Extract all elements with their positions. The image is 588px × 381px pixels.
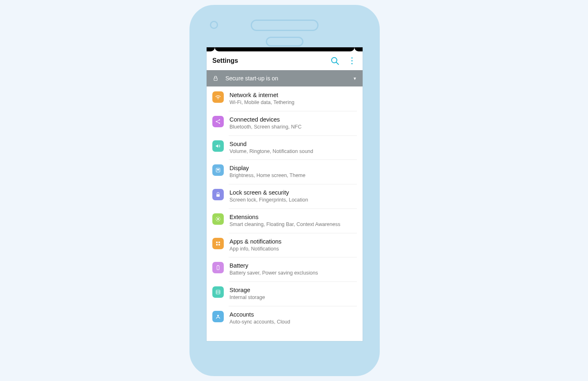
- lock-icon: [212, 189, 224, 200]
- sound-icon: [212, 140, 224, 152]
- item-subtitle: Screen lock, Fingerprints, Location: [229, 197, 308, 204]
- svg-point-12: [217, 218, 219, 220]
- svg-rect-5: [214, 78, 217, 80]
- item-subtitle: Wi-Fi, Mobile data, Tethering: [229, 100, 294, 106]
- more-vert-icon: [347, 56, 357, 66]
- app-bar: Settings: [207, 51, 363, 70]
- svg-rect-13: [216, 241, 218, 243]
- search-icon: [330, 56, 340, 66]
- svg-point-7: [219, 119, 220, 120]
- share-icon: [212, 116, 224, 127]
- apps-icon: [212, 238, 224, 249]
- search-button[interactable]: [330, 56, 340, 66]
- settings-item-apps-notifications[interactable]: Apps & notifications App info, Notificat…: [207, 233, 363, 257]
- display-icon: [212, 164, 224, 176]
- item-title: Accounts: [229, 311, 290, 318]
- phone-speaker-decor: [251, 20, 318, 31]
- svg-rect-18: [218, 265, 219, 266]
- svg-point-6: [216, 121, 217, 122]
- svg-rect-10: [217, 169, 219, 171]
- svg-point-8: [219, 122, 220, 124]
- svg-line-1: [336, 62, 339, 65]
- settings-item-network[interactable]: Network & internet Wi-Fi, Mobile data, T…: [207, 86, 363, 111]
- svg-rect-14: [218, 241, 220, 243]
- banner-text: Secure start-up is on: [225, 75, 353, 82]
- screen: Settings: [207, 47, 363, 341]
- item-title: Storage: [229, 286, 265, 294]
- svg-rect-15: [216, 244, 218, 246]
- settings-item-connected-devices[interactable]: Connected devices Bluetooth, Screen shar…: [207, 111, 363, 135]
- lock-icon: [212, 75, 219, 82]
- item-subtitle: Bluetooth, Screen sharing, NFC: [229, 124, 301, 131]
- page-title: Settings: [212, 57, 330, 64]
- item-title: Extensions: [229, 213, 340, 221]
- settings-item-lock-security[interactable]: Lock screen & security Screen lock, Fing…: [207, 184, 363, 208]
- dropdown-icon: ▼: [353, 76, 357, 81]
- battery-icon: [212, 262, 224, 273]
- phone-frame: Settings: [189, 5, 380, 376]
- item-subtitle: Auto-sync accounts, Cloud: [229, 319, 290, 326]
- wifi-icon: [212, 91, 224, 103]
- svg-point-3: [351, 60, 352, 61]
- settings-list: Network & internet Wi-Fi, Mobile data, T…: [207, 86, 363, 330]
- phone-speaker2-decor: [266, 37, 303, 47]
- item-subtitle: Internal storage: [229, 295, 265, 301]
- item-title: Display: [229, 164, 305, 172]
- item-title: Network & internet: [229, 91, 294, 99]
- settings-item-extensions[interactable]: Extensions Smart cleaning, Floating Bar,…: [207, 208, 363, 233]
- svg-point-2: [351, 57, 352, 58]
- item-title: Connected devices: [229, 116, 301, 123]
- extensions-icon: [212, 213, 224, 225]
- svg-rect-11: [216, 194, 220, 197]
- svg-rect-19: [216, 290, 220, 294]
- secure-startup-banner[interactable]: Secure start-up is on ▼: [207, 70, 363, 86]
- settings-item-sound[interactable]: Sound Volume, Ringtone, Notification sou…: [207, 135, 363, 160]
- svg-point-22: [217, 315, 219, 317]
- item-subtitle: Smart cleaning, Floating Bar, Context Aw…: [229, 222, 340, 228]
- phone-top-decor: [191, 15, 378, 39]
- settings-item-display[interactable]: Display Brightness, Home screen, Theme: [207, 159, 363, 184]
- item-title: Battery: [229, 262, 318, 269]
- appbar-actions: [330, 56, 357, 66]
- notch: [215, 47, 354, 51]
- item-subtitle: App info, Notifications: [229, 246, 281, 253]
- item-title: Apps & notifications: [229, 238, 281, 245]
- storage-icon: [212, 286, 224, 298]
- phone-camera-decor: [210, 21, 218, 29]
- item-subtitle: Battery saver, Power saving exclusions: [229, 270, 318, 277]
- item-title: Lock screen & security: [229, 189, 308, 196]
- svg-rect-17: [217, 266, 219, 270]
- settings-item-accounts[interactable]: Accounts Auto-sync accounts, Cloud: [207, 306, 363, 330]
- accounts-icon: [212, 311, 224, 322]
- svg-rect-16: [218, 244, 220, 246]
- more-button[interactable]: [347, 56, 357, 66]
- item-subtitle: Brightness, Home screen, Theme: [229, 173, 305, 179]
- status-bar: [207, 47, 363, 51]
- svg-point-4: [351, 63, 352, 64]
- settings-item-battery[interactable]: Battery Battery saver, Power saving excl…: [207, 257, 363, 281]
- item-subtitle: Volume, Ringtone, Notification sound: [229, 148, 313, 155]
- item-title: Sound: [229, 140, 313, 148]
- settings-item-storage[interactable]: Storage Internal storage: [207, 281, 363, 306]
